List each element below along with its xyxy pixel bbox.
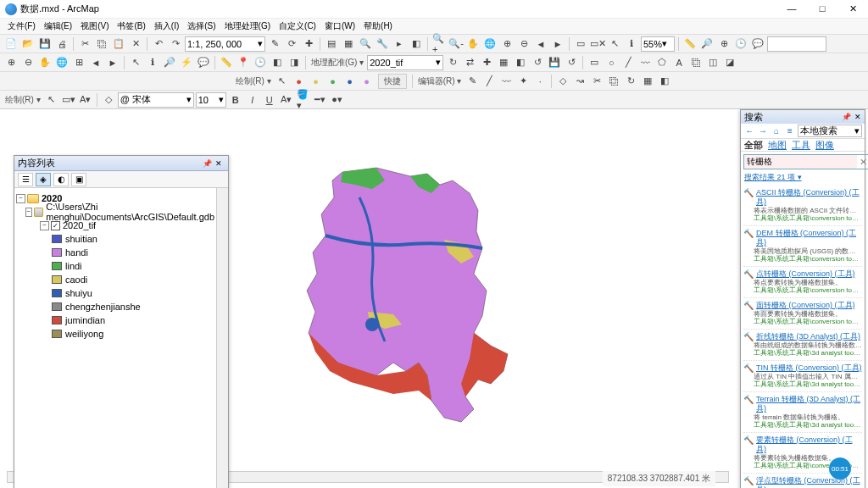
find-button[interactable]: 🔎 (699, 36, 715, 52)
full-extent-button[interactable]: 🌐 (482, 36, 498, 52)
search-forward-button[interactable]: → (757, 125, 769, 137)
italic-button[interactable]: I (245, 92, 260, 108)
marker-color-button[interactable]: ●▾ (330, 92, 345, 108)
select-elements-button[interactable]: ↖ (607, 36, 622, 52)
cut-button[interactable]: ✂ (77, 36, 92, 52)
result-title[interactable]: 要素转栅格 (Conversion) (工具) (756, 435, 862, 454)
georef-label[interactable]: 地理配准(G) ▾ (311, 57, 364, 69)
zoom-percent[interactable]: 55%▾ (641, 36, 675, 52)
menu-item[interactable]: 地理处理(G) (220, 20, 275, 32)
draw-label[interactable]: 绘制(R) ▾ (236, 75, 271, 87)
scale-combo[interactable]: 1:1, 250, 000▾ (185, 36, 265, 52)
window-close-button[interactable]: ✕ (843, 3, 863, 14)
pan-button[interactable]: ✋ (465, 36, 481, 52)
forward-icon[interactable]: ► (105, 55, 120, 70)
edit-trace-icon[interactable]: ✦ (515, 74, 531, 89)
edit-vertices-icon[interactable]: ◇ (101, 92, 116, 108)
time-slider-button[interactable]: 🕒 (733, 36, 748, 52)
search-tab[interactable]: 全部 (744, 139, 763, 151)
edit-tool-icon[interactable]: ✎ (465, 74, 480, 89)
edit-curve-icon[interactable]: 〰 (498, 74, 514, 89)
search-back-button[interactable]: ← (743, 125, 755, 137)
text-tool-icon[interactable]: A▾ (78, 92, 93, 108)
gcp-icon[interactable]: ✚ (479, 55, 494, 70)
add-data-button[interactable]: ✚ (301, 36, 316, 52)
green-dot-icon[interactable]: ● (326, 74, 341, 89)
toc-titlebar[interactable]: 内容列表 📌 ✕ (14, 156, 228, 171)
full-extent-icon[interactable]: 🌐 (54, 55, 70, 70)
search-button[interactable]: 🔍 (358, 36, 373, 52)
viewer-icon[interactable]: ◧ (513, 55, 528, 70)
shape-dropdown-icon[interactable]: ▭▾ (61, 92, 76, 108)
edit-vertex-icon[interactable]: ◇ (555, 74, 570, 89)
toc-v-scrollbar[interactable] (216, 188, 228, 488)
toc-pin-button[interactable]: 📌 (201, 158, 213, 169)
hyperlink-icon[interactable]: ⚡ (179, 55, 194, 70)
search-result[interactable]: 🔨折线转栅格 (3D Analyst) (工具)将由线组成的数据集转换为栅格数据… (743, 330, 862, 361)
search-result[interactable]: 🔨面转栅格 (Conversion) (工具)将面要素转换为栅格数据集。工具箱\… (743, 298, 862, 330)
edit-sketch-icon[interactable]: ◧ (657, 74, 672, 89)
go-to-xy-button[interactable]: ⊕ (716, 36, 732, 52)
edit-tool[interactable]: ✎ (267, 36, 282, 52)
font-size-combo[interactable]: 10▾ (196, 92, 226, 108)
underline-button[interactable]: U (262, 92, 277, 108)
pointer-icon[interactable]: ↖ (275, 74, 290, 89)
toc-tree[interactable]: −2020−C:\Users\Zhi menghui\Documents\Arc… (14, 188, 216, 488)
window-maximize-button[interactable]: □ (812, 3, 832, 14)
search-result[interactable]: 🔨ASCII 转栅格 (Conversion) (工具)将表示栅格数据的 ASC… (743, 186, 862, 226)
refresh-button[interactable]: ⟳ (284, 36, 299, 52)
georef-layer-combo[interactable]: 2020_tif▾ (367, 55, 443, 70)
result-path[interactable]: 工具箱\系统工具箱\conversion tools.tbx\转为... (754, 214, 862, 222)
redo-button[interactable]: ↷ (168, 36, 183, 52)
print-button[interactable]: 🖨 (54, 36, 70, 52)
open-button[interactable]: 📂 (20, 36, 36, 52)
draw-ungroup-icon[interactable]: ◫ (705, 55, 721, 70)
paste-button[interactable]: 📋 (111, 36, 126, 52)
toc-button[interactable]: ▤ (324, 36, 339, 52)
zoom-in-icon[interactable]: ⊕ (3, 55, 19, 70)
toc-tab-drawing-order[interactable]: ☰ (18, 173, 33, 186)
result-title[interactable]: 折线转栅格 (3D Analyst) (工具) (756, 332, 860, 341)
toc-tab-selection[interactable]: ▣ (71, 173, 86, 186)
tree-node[interactable]: jumindian (16, 313, 214, 327)
next-extent-button[interactable]: ► (550, 36, 565, 52)
find-input[interactable] (767, 36, 826, 52)
search-result[interactable]: 🔨TIN 转栅格 (Conversion) (工具)通过从 TIN 中插值出输入… (743, 361, 862, 392)
edit-rotate-icon[interactable]: ↻ (623, 74, 638, 89)
xy-icon[interactable]: ⊞ (71, 55, 86, 70)
line-color-button[interactable]: ━▾ (313, 92, 328, 108)
font-combo[interactable]: @ 宋体▾ (118, 92, 194, 108)
zoom-out-icon[interactable]: ⊖ (20, 55, 36, 70)
menu-item[interactable]: 选择(S) (183, 20, 220, 32)
measure-icon[interactable]: 📏 (219, 55, 234, 70)
purple-dot-icon[interactable]: ● (359, 74, 375, 89)
search-close-button[interactable]: ✕ (854, 113, 861, 121)
tree-node[interactable]: chengzhenjianshe (16, 300, 214, 313)
tree-node[interactable]: lindi (16, 259, 214, 273)
edit-line-icon[interactable]: ╱ (481, 74, 497, 89)
search-tab[interactable]: 工具 (792, 139, 810, 151)
draw-front-icon[interactable]: ◪ (722, 55, 737, 70)
menu-item[interactable]: 插入(I) (150, 20, 183, 32)
new-button[interactable]: 📄 (3, 36, 19, 52)
window-minimize-button[interactable]: — (782, 3, 802, 14)
result-path[interactable]: 工具箱\系统工具箱\conversion tools.tbx\转为... (754, 318, 862, 325)
draw-circle-icon[interactable]: ○ (604, 55, 619, 70)
search-index-button[interactable]: ≡ (784, 125, 796, 137)
edit-attr-icon[interactable]: ▦ (640, 74, 655, 89)
draw-poly-icon[interactable]: ⬠ (654, 55, 670, 70)
edit-reshape-icon[interactable]: ↝ (572, 74, 587, 89)
fill-color-button[interactable]: 🪣▾ (296, 92, 311, 108)
prev-extent-button[interactable]: ◄ (533, 36, 548, 52)
python-button[interactable]: ▸ (392, 36, 407, 52)
delete-button[interactable]: ✕ (128, 36, 143, 52)
draw-rect-icon[interactable]: ▭ (587, 55, 602, 70)
find-icon[interactable]: 🔎 (162, 55, 177, 70)
search-result[interactable]: 🔨点转栅格 (Conversion) (工具)将点要素转换为栅格数据集。工具箱\… (743, 267, 862, 298)
menu-item[interactable]: 书签(B) (113, 20, 149, 32)
result-title[interactable]: 面转栅格 (Conversion) (工具) (756, 301, 855, 310)
search-clear-button[interactable]: ✕ (857, 155, 868, 169)
clear-selection-button[interactable]: ▭✕ (590, 36, 605, 52)
result-title[interactable]: 浮点型转栅格 (Conversion) (工具) (756, 476, 862, 488)
draw-group-icon[interactable]: ⿻ (688, 55, 704, 70)
